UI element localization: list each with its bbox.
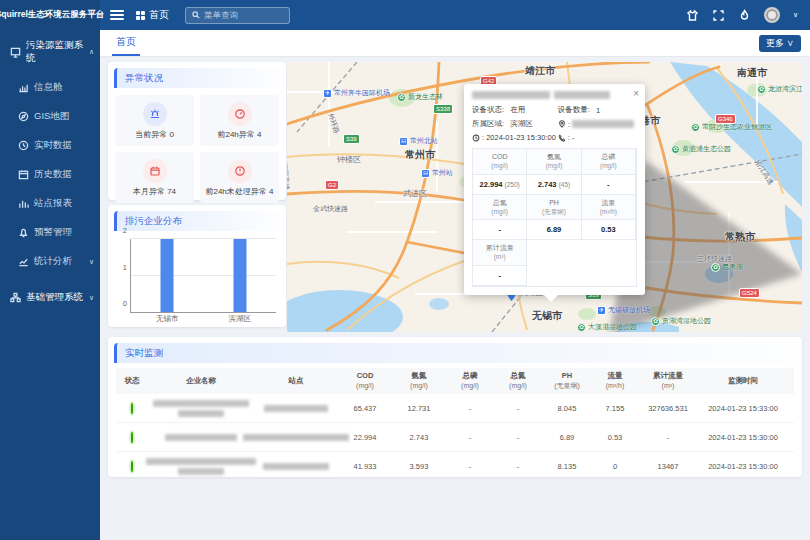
map-label: 靖江市 xyxy=(525,64,555,78)
road-badge: S39 xyxy=(343,134,360,144)
poi-label: 龙游湾滨江风光带 xyxy=(768,84,802,94)
chevron-down-icon: ∨ xyxy=(89,294,94,302)
metric-unit: (m³) xyxy=(494,253,506,260)
popup-metric-cell: COD(mg/l) 22.994 (250) xyxy=(473,149,527,195)
chevron-down-icon[interactable]: ∨ xyxy=(793,11,798,19)
poi-icon: ✿ xyxy=(757,85,766,94)
metric-unit: (m³/h) xyxy=(600,208,617,215)
table-row[interactable]: 41.933 3.593 - - 8.135 0 13467 2024-01-2… xyxy=(116,452,794,481)
map-poi[interactable]: ✈ 常州奔牛国际机场 xyxy=(323,88,390,98)
table-row[interactable]: 22.994 2.743 - - 6.89 0.53 - 2024-01-23 … xyxy=(116,423,794,452)
cell-total-nitrogen: - xyxy=(494,404,542,413)
status-dot-green xyxy=(131,432,133,443)
stat-label: 前24h异常 xyxy=(217,130,254,139)
stat-current-abnormal[interactable]: 当前异常 0 xyxy=(115,95,194,146)
chart-bar[interactable] xyxy=(233,239,246,312)
sidebar-item-label: GIS地图 xyxy=(34,110,69,123)
search-input[interactable] xyxy=(204,10,283,20)
cell-total-phosphorus: - xyxy=(446,404,494,413)
compass-icon xyxy=(18,111,29,122)
column-header: 企业名称 xyxy=(148,374,254,387)
flame-icon[interactable] xyxy=(738,9,751,22)
sidebar-item-statistics[interactable]: 统计分析 ∨ xyxy=(0,247,100,276)
app-logo: Squirrel生态环境云服务平台 xyxy=(0,0,100,30)
realtime-monitor-card: 实时监测 状态 企业名称 站点 COD(mg/l) 氨氮(mg/l) 总磷(mg… xyxy=(108,337,802,477)
stat-24h-unhandled-abnormal[interactable]: 前24h未处理异常 4 xyxy=(200,152,279,203)
cell-total-phosphorus: - xyxy=(446,462,494,471)
cell-ph: 6.89 xyxy=(542,433,592,442)
sidebar-group-pollution-monitor[interactable]: 污染源监测系统 ∧ xyxy=(0,30,100,73)
map-poi[interactable]: ✈ 无锡硕放机场 xyxy=(597,305,650,315)
device-time: : 2024-01-23 15:30:00 xyxy=(472,133,558,142)
sidebar-item-label: 信息舱 xyxy=(34,81,63,94)
more-button[interactable]: 更多 ∨ xyxy=(759,35,801,52)
sidebar-item-label: 统计分析 xyxy=(34,255,72,268)
skin-icon[interactable] xyxy=(686,9,699,22)
map-poi[interactable]: ⊟ 常州站 xyxy=(421,168,453,178)
map-poi[interactable]: ✿ 贡湖湾湿地公园 xyxy=(651,316,711,326)
map-label: 常州市 xyxy=(405,148,435,162)
hamburger-menu-icon[interactable] xyxy=(110,10,124,20)
menu-search[interactable] xyxy=(185,7,290,24)
map-label: 金武快速路 xyxy=(313,204,348,214)
map-poi[interactable]: ✿ 新龙生态林 xyxy=(397,92,443,102)
map-poi[interactable]: ✿ 黄泗浦生态公园 xyxy=(671,144,731,154)
sidebar-item-realtime-data[interactable]: 实时数据 xyxy=(0,131,100,160)
device-status: 设备状态: 在用 xyxy=(472,105,558,115)
cell-total-flow: 327636.531 xyxy=(638,404,698,413)
chart-bar[interactable] xyxy=(161,239,174,312)
search-icon xyxy=(192,11,200,19)
chevron-up-icon: ∧ xyxy=(89,48,94,56)
tab-home[interactable]: 首页 xyxy=(112,30,140,56)
map-poi[interactable]: ✿ 大溪港湿地公园 xyxy=(577,322,637,332)
map-label: 常熟市 xyxy=(725,230,755,244)
sidebar-item-station-report[interactable]: 站点报表 xyxy=(0,189,100,218)
app-root: Squirrel生态环境云服务平台 污染源监测系统 ∧ 信息舱 GIS地图 实时… xyxy=(0,0,810,540)
sidebar-item-gis-map[interactable]: GIS地图 xyxy=(0,102,100,131)
close-icon[interactable]: × xyxy=(633,88,639,99)
enterprise-bar-chart: 012无锡市滨湖区 xyxy=(130,239,276,313)
redacted-text-block xyxy=(554,91,610,99)
chevron-down-icon: ∨ xyxy=(89,258,94,266)
cell-monitor-time: 2024-01-23 15:30:00 xyxy=(698,433,788,442)
sidebar-group-label: 基础管理系统 xyxy=(26,291,83,304)
metric-value: - xyxy=(498,225,501,234)
breadcrumb[interactable]: 首页 xyxy=(136,8,169,22)
poi-icon: ✿ xyxy=(397,93,406,102)
column-header: 流量(m³/h) xyxy=(592,369,638,392)
sidebar-item-history-data[interactable]: 历史数据 xyxy=(0,160,100,189)
table-row[interactable]: 65.437 12.731 - - 8.045 7.155 327636.531… xyxy=(116,394,794,423)
metric-value: - xyxy=(607,180,610,189)
cell-monitor-time: 2024-01-23 15:33:00 xyxy=(698,404,788,413)
stat-24h-abnormal[interactable]: 前24h异常 4 xyxy=(200,95,279,146)
user-avatar[interactable] xyxy=(764,7,780,23)
breadcrumb-label: 首页 xyxy=(149,8,169,22)
map-label: 南通市 xyxy=(737,66,767,80)
abnormal-card-title: 异常状况 xyxy=(114,68,280,88)
sidebar-item-label: 实时数据 xyxy=(34,139,72,152)
stat-month-abnormal[interactable]: 本月异常 74 xyxy=(115,152,194,203)
metric-value: - xyxy=(498,271,501,280)
map-poi[interactable]: ⊟ 常州北站 xyxy=(399,136,438,146)
map-poi[interactable]: ✿ 龙游湾滨江风光带 xyxy=(757,84,802,94)
sidebar-group-base-management[interactable]: 基础管理系统 ∨ xyxy=(0,282,100,312)
cell-cod: 65.437 xyxy=(338,404,392,413)
sidebar-item-info-cabin[interactable]: 信息舱 xyxy=(0,73,100,102)
stat-value: 0 xyxy=(169,130,173,139)
column-header: 监测时间 xyxy=(698,374,788,387)
sidebar-item-alert-management[interactable]: 预警管理 xyxy=(0,218,100,247)
popup-anchor-arrow xyxy=(544,295,558,302)
popup-metric-cell: 累计流量(m³) - xyxy=(473,240,527,286)
fullscreen-icon[interactable] xyxy=(712,9,725,22)
metric-unit: (无量纲) xyxy=(542,208,566,215)
column-header: PH(无量纲) xyxy=(542,369,592,392)
map-poi[interactable]: ✿ 昆承湖 xyxy=(711,262,743,272)
metric-value: 2.743 xyxy=(538,180,557,189)
org-tree-icon xyxy=(10,292,21,303)
location-pin-icon xyxy=(558,120,566,128)
device-phone: : - xyxy=(558,133,637,142)
cell-ammonia: 2.743 xyxy=(392,433,446,442)
metric-value: 0.53 xyxy=(601,225,616,234)
history-icon xyxy=(18,169,29,180)
stat-value: 4 xyxy=(257,130,261,139)
